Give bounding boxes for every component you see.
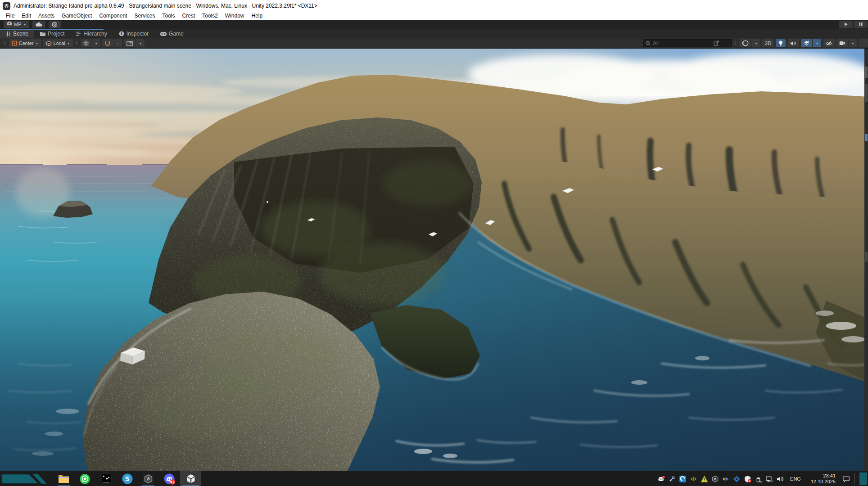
account-button[interactable]: MP ▼ xyxy=(4,21,29,28)
system-tray: ENG 23:41 12.10.2025 xyxy=(657,472,868,485)
snap-increment-dropdown[interactable]: ▼ xyxy=(136,39,145,47)
tray-defender-alert-icon[interactable] xyxy=(744,475,751,483)
shading-mode-button[interactable] xyxy=(740,39,751,47)
whatsapp-icon xyxy=(79,473,90,485)
version-control-button[interactable] xyxy=(49,21,61,28)
tray-network-icon[interactable] xyxy=(765,475,773,483)
scene-search-input[interactable] xyxy=(652,40,712,46)
clock-time: 23:41 xyxy=(811,473,836,479)
hidden-objects-button[interactable] xyxy=(823,39,835,47)
taskbar-unity-editor[interactable] xyxy=(180,471,201,486)
snap-increment-button[interactable] xyxy=(124,39,136,47)
tab-label: Project xyxy=(48,31,64,37)
taskbar: S 9+ xyxy=(0,471,868,486)
tab-project[interactable]: Project xyxy=(34,29,70,38)
menu-component[interactable]: Component xyxy=(95,13,131,19)
pause-button[interactable] xyxy=(854,21,868,28)
scene-lighting-button[interactable] xyxy=(776,39,786,47)
play-controls xyxy=(839,21,868,28)
effects-layers-icon xyxy=(804,40,809,46)
account-icon xyxy=(7,21,12,27)
tab-label: Scene xyxy=(13,31,28,37)
2d-mode-button[interactable]: 2D xyxy=(762,39,774,47)
tab-game[interactable]: Game xyxy=(154,29,190,38)
shading-mode-dropdown[interactable]: ▼ xyxy=(752,39,760,47)
taskbar-skype[interactable]: S xyxy=(117,471,138,486)
start-logo[interactable] xyxy=(0,471,53,486)
local-cube-icon xyxy=(46,40,52,46)
tray-volume-icon[interactable] xyxy=(776,475,784,483)
tool-handle-position-button[interactable]: Center ▼ xyxy=(9,39,41,47)
menu-file[interactable]: File xyxy=(2,13,18,19)
screen-edge-sliver xyxy=(864,49,868,471)
scene-toolbar: ‖ Center ▼ Local ▼ ‖ ▼ ▼ ▼ xyxy=(0,38,868,49)
window-title: Administrator: Strange Island pre-alpha … xyxy=(14,3,317,9)
tool-handle-rotation-button[interactable]: Local ▼ xyxy=(43,39,73,47)
gamepad-icon xyxy=(160,32,167,36)
scene-render xyxy=(0,49,868,471)
edge-app-sliver[interactable] xyxy=(859,472,867,485)
taskbar-file-explorer[interactable] xyxy=(53,471,74,486)
dock-tab-bar: Scene Project Hierarchy Inspector Game xyxy=(0,29,868,38)
camera-settings-dropdown[interactable]: ▼ xyxy=(849,39,857,47)
menu-gameobject[interactable]: GameObject xyxy=(58,13,95,19)
snap-toggle-button[interactable] xyxy=(102,39,113,47)
drag-handle[interactable]: ‖ xyxy=(4,40,6,46)
tray-settings-gear-icon[interactable] xyxy=(733,475,741,483)
chevron-down-icon: ▼ xyxy=(67,42,70,45)
discord-icon: 9+ xyxy=(163,473,176,485)
clipped-edge-button[interactable] xyxy=(859,39,868,47)
tray-browser-icon[interactable] xyxy=(679,475,687,483)
scene-search xyxy=(643,39,732,47)
tray-sync-icon[interactable] xyxy=(722,475,730,483)
scene-effects-dropdown[interactable]: ▼ xyxy=(813,39,821,47)
pivot-label: Center xyxy=(19,40,34,46)
menu-tools2[interactable]: Tools2 xyxy=(199,13,222,19)
tab-hierarchy[interactable]: Hierarchy xyxy=(70,29,113,38)
tab-label: Hierarchy xyxy=(84,31,107,37)
menu-help[interactable]: Help xyxy=(248,13,267,19)
menu-assets[interactable]: Assets xyxy=(35,13,58,19)
tray-discord-icon[interactable] xyxy=(657,475,665,483)
orientation-label: Local xyxy=(54,40,65,46)
tray-nvidia-icon[interactable] xyxy=(690,475,697,483)
list-icon xyxy=(76,32,81,36)
notification-center-icon[interactable] xyxy=(842,475,850,483)
tab-inspector[interactable]: Inspector xyxy=(113,29,154,38)
tray-unity-hub-icon[interactable] xyxy=(711,475,719,483)
cloud-button[interactable] xyxy=(32,21,45,28)
scene-effects-button[interactable] xyxy=(801,39,812,47)
tray-usb-icon[interactable] xyxy=(755,475,762,483)
version-control-icon xyxy=(52,22,58,27)
camera-settings-button[interactable] xyxy=(836,39,848,47)
menu-crest[interactable]: Crest xyxy=(178,13,199,19)
menu-tools[interactable]: Tools xyxy=(158,13,178,19)
shaded-sphere-icon xyxy=(742,40,749,46)
separator: ‖ xyxy=(735,40,737,46)
menu-window[interactable]: Window xyxy=(222,13,248,19)
camera-icon xyxy=(839,41,845,45)
taskbar-whatsapp[interactable] xyxy=(74,471,95,486)
grid-visibility-button[interactable] xyxy=(81,39,91,47)
info-icon xyxy=(119,31,124,36)
tab-label: Inspector xyxy=(127,31,149,37)
grid-visibility-dropdown[interactable]: ▼ xyxy=(92,39,100,47)
taskbar-discord[interactable]: 9+ xyxy=(159,471,180,486)
snap-dropdown[interactable]: ▼ xyxy=(113,39,122,47)
menu-services[interactable]: Services xyxy=(131,13,158,19)
open-in-window-icon[interactable] xyxy=(714,40,719,46)
taskbar-terminal-app[interactable] xyxy=(95,471,117,486)
taskbar-clock[interactable]: 23:41 12.10.2025 xyxy=(807,473,839,485)
grid-toggle-icon xyxy=(83,40,89,46)
taskbar-unity-hub[interactable] xyxy=(138,471,159,486)
tray-warning-icon[interactable] xyxy=(701,475,708,483)
play-button[interactable] xyxy=(839,21,853,28)
tab-scene[interactable]: Scene xyxy=(0,29,34,38)
tray-steam-icon[interactable] xyxy=(668,475,676,483)
scene-audio-button[interactable] xyxy=(787,39,799,47)
menu-edit[interactable]: Edit xyxy=(18,13,35,19)
scene-viewport[interactable] xyxy=(0,49,868,471)
menu-bar: File Edit Assets GameObject Component Se… xyxy=(0,12,868,20)
light-bulb-icon xyxy=(778,40,783,46)
language-indicator[interactable]: ENG xyxy=(787,476,804,482)
